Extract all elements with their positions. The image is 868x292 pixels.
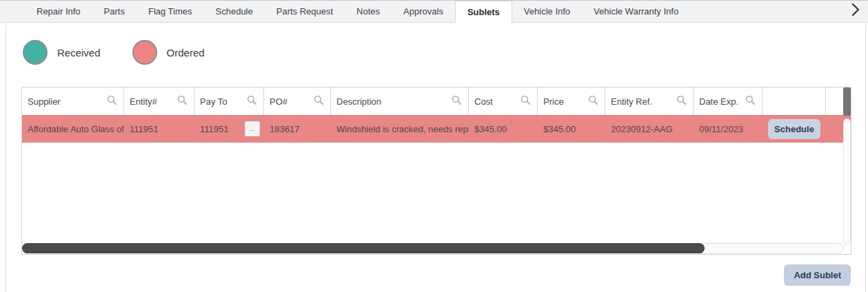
horizontal-scrollbar-thumb[interactable]: [22, 243, 705, 253]
cell-cost: $345.00: [469, 124, 538, 134]
legend-label-ordered: Ordered: [167, 47, 205, 59]
received-status-dot: [23, 40, 48, 65]
tab-parts-request[interactable]: Parts Request: [265, 1, 345, 22]
ordered-status-dot: [132, 40, 157, 65]
vertical-scrollbar-thumb[interactable]: [843, 87, 851, 116]
tab-bar: Repair Info Parts Flag Times Schedule Pa…: [0, 0, 868, 23]
column-header-price[interactable]: Price: [538, 87, 605, 115]
cell-po-num: 183617: [264, 124, 331, 134]
cell-price: $345.00: [538, 124, 605, 134]
column-header-actions: [763, 87, 826, 115]
tab-vehicle-warranty-info[interactable]: Vehicle Warranty Info: [582, 1, 690, 22]
tab-vehicle-info[interactable]: Vehicle Info: [512, 1, 582, 22]
column-header-po-num[interactable]: PO#: [264, 87, 331, 115]
search-icon[interactable]: [177, 95, 188, 107]
search-icon[interactable]: [247, 95, 257, 107]
vertical-scrollbar-track[interactable]: [843, 118, 851, 245]
column-label: Price: [543, 96, 564, 107]
column-label: Description: [336, 96, 381, 107]
pay-to-lookup-button[interactable]: ...: [245, 121, 260, 136]
column-label: Entity#: [130, 96, 157, 107]
column-label: Cost: [474, 96, 493, 107]
vertical-scrollbar[interactable]: [843, 87, 851, 254]
sublets-panel: Received Ordered Supplier Entity# Pay To…: [6, 23, 866, 292]
tab-notes[interactable]: Notes: [345, 1, 392, 22]
column-header-extra: [826, 87, 843, 115]
column-label: Entity Ref.: [611, 96, 652, 107]
search-icon[interactable]: [521, 95, 531, 107]
search-icon[interactable]: [745, 95, 756, 107]
tab-approvals[interactable]: Approvals: [392, 1, 455, 22]
column-header-entity-ref[interactable]: Entity Ref.: [605, 87, 694, 115]
column-label: Pay To: [200, 96, 228, 107]
column-header-entity-num[interactable]: Entity#: [124, 87, 194, 115]
legend-item-ordered: Ordered: [132, 40, 205, 65]
column-header-pay-to[interactable]: Pay To: [194, 87, 264, 115]
chevron-right-icon: [851, 2, 860, 20]
status-legend: Received Ordered: [23, 40, 236, 65]
pay-to-value: 111951: [200, 124, 228, 134]
sublets-grid: Supplier Entity# Pay To PO# Description …: [21, 87, 851, 255]
tab-sublets[interactable]: Sublets: [455, 1, 512, 23]
column-header-description[interactable]: Description: [331, 87, 469, 115]
cell-pay-to: 111951 ...: [194, 121, 264, 136]
column-label: Supplier: [28, 96, 61, 107]
legend-label-received: Received: [57, 47, 101, 59]
cell-entity-num: 111951: [124, 124, 194, 134]
column-label: Date Exp.: [699, 96, 738, 107]
column-header-supplier[interactable]: Supplier: [22, 87, 124, 115]
grid-header-row: Supplier Entity# Pay To PO# Description …: [22, 87, 851, 115]
tab-schedule[interactable]: Schedule: [204, 1, 265, 22]
tab-repair-info[interactable]: Repair Info: [25, 1, 92, 22]
schedule-button[interactable]: Schedule: [768, 119, 820, 139]
column-header-cost[interactable]: Cost: [469, 87, 538, 115]
cell-date-exp: 09/11/2023: [694, 124, 763, 134]
legend-item-received: Received: [23, 40, 101, 65]
tabs-scroll-right-button[interactable]: [847, 3, 864, 19]
horizontal-scrollbar[interactable]: [22, 243, 844, 253]
search-icon[interactable]: [452, 95, 462, 107]
cell-actions: Schedule: [763, 119, 826, 139]
cell-supplier: Affordable Auto Glass of C...: [22, 124, 124, 134]
sublet-row-ordered[interactable]: Affordable Auto Glass of C... 111951 111…: [22, 115, 851, 143]
tab-flag-times[interactable]: Flag Times: [137, 1, 204, 22]
add-sublet-button[interactable]: Add Sublet: [784, 264, 851, 286]
search-icon[interactable]: [676, 95, 687, 107]
column-label: PO#: [270, 96, 287, 107]
tab-parts[interactable]: Parts: [92, 1, 137, 22]
search-icon[interactable]: [314, 95, 324, 107]
column-header-date-exp[interactable]: Date Exp.: [694, 87, 763, 115]
cell-entity-ref: 20230912-AAG: [605, 124, 694, 134]
cell-description: Windshield is cracked, needs replac...: [331, 124, 469, 134]
search-icon[interactable]: [107, 95, 117, 107]
search-icon[interactable]: [588, 95, 598, 107]
